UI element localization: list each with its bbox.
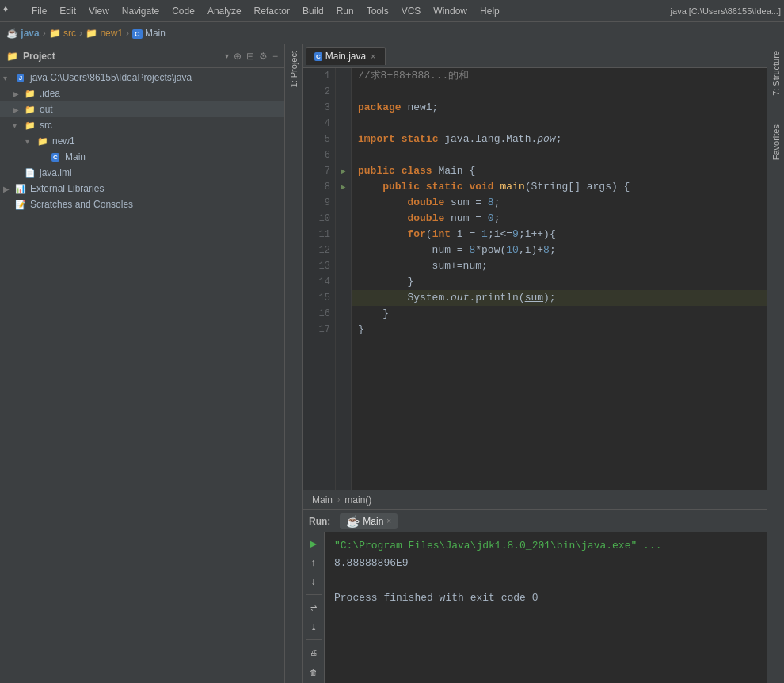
menu-help[interactable]: Help — [474, 4, 506, 18]
menu-analyze[interactable]: Analyze — [201, 4, 248, 18]
ln-13: 13 — [307, 258, 330, 274]
sidebar-folder-icon: 📁 — [6, 51, 18, 62]
tree-item-main[interactable]: C Main — [0, 149, 284, 165]
code-line-4 — [352, 116, 767, 132]
status-breadcrumb-main[interactable]: Main — [312, 494, 333, 506]
tree-item-java-iml[interactable]: 📄 java.iml — [0, 165, 284, 181]
menu-code[interactable]: Code — [166, 4, 201, 18]
code-line-17: } — [352, 322, 767, 338]
ln-11: 11 — [307, 227, 330, 242]
ln-2: 2 — [307, 84, 330, 100]
run-output-line-4: Process finished with exit code 0 — [334, 590, 757, 607]
code-lines[interactable]: //求8+88+888...的和 package new1; import st… — [352, 68, 767, 490]
menu-refactor[interactable]: Refactor — [248, 4, 296, 18]
tree-item-external-libs[interactable]: ▶ 📊 External Libraries — [0, 181, 284, 197]
menu-vcs[interactable]: VCS — [395, 4, 428, 18]
tree-label-iml: java.iml — [40, 167, 72, 178]
gutter-4 — [336, 116, 351, 132]
breadcrumb-sep-1: › — [43, 28, 46, 39]
code-line-3: package new1; — [352, 100, 767, 116]
run-output: "C:\Program Files\Java\jdk1.8.0_201\bin\… — [325, 532, 767, 683]
code-line-7: public class Main { — [352, 163, 767, 179]
window-title: java [C:\Users\86155\Idea...] — [671, 6, 781, 16]
gutter-8[interactable]: ▶ — [336, 179, 351, 195]
gutter-7[interactable]: ▶ — [336, 163, 351, 179]
run-tab-main[interactable]: ☕ Main × — [340, 513, 398, 529]
ln-9: 9 — [307, 195, 330, 211]
sidebar-dropdown-icon[interactable]: ▾ — [225, 52, 229, 60]
sidebar-title: Project — [23, 51, 220, 62]
run-btn-print[interactable]: 🖨 — [305, 645, 322, 661]
code-container[interactable]: 1 2 3 4 5 6 7 8 9 10 11 12 13 14 15 16 1 — [303, 68, 767, 490]
ln-12: 12 — [307, 242, 330, 258]
tree-item-idea[interactable]: ▶ 📁 .idea — [0, 86, 284, 101]
java-root-icon: J — [14, 71, 27, 84]
tree-arrow-root: ▾ — [3, 74, 14, 82]
run-arrow-7: ▶ — [341, 166, 345, 176]
run-output-line-3 — [334, 572, 757, 590]
menu-run[interactable]: Run — [330, 4, 360, 18]
run-btn-wrap[interactable]: ⇌ — [305, 600, 322, 616]
tree-item-out[interactable]: ▶ 📁 out — [0, 101, 284, 117]
sidebar-collapse-icon[interactable]: ⊟ — [246, 51, 254, 62]
ln-3: 3 — [307, 100, 330, 116]
status-breadcrumb-method[interactable]: main() — [344, 494, 371, 506]
ln-6: 6 — [307, 147, 330, 163]
tree-label-out: out — [40, 104, 53, 115]
folder-icon-new1: 📁 — [36, 135, 49, 147]
tree-item-src[interactable]: ▾ 📁 src — [0, 117, 284, 133]
run-output-line-1: "C:\Program Files\Java\jdk1.8.0_201\bin\… — [334, 537, 757, 555]
breadcrumb-src[interactable]: 📁 src — [49, 28, 76, 39]
breadcrumb-java[interactable]: ☕ java — [6, 28, 40, 39]
tree-item-new1[interactable]: ▾ 📁 new1 — [0, 133, 284, 149]
menu-tools[interactable]: Tools — [360, 4, 395, 18]
tab-close-main[interactable]: × — [369, 52, 377, 61]
menubar: ♦ File Edit View Navigate Code Analyze R… — [0, 0, 784, 22]
ln-14: 14 — [307, 274, 330, 290]
editor-status-bar: Main › main() — [303, 490, 767, 509]
tree-label-src: src — [40, 120, 52, 131]
tab-label-main: Main.java — [325, 51, 366, 62]
editor-tab-main[interactable]: C Main.java × — [306, 47, 386, 65]
tree-item-java-root[interactable]: ▾ J java C:\Users\86155\IdeaProjects\jav… — [0, 70, 284, 86]
run-toolbar-sep2 — [306, 639, 322, 640]
menu-build[interactable]: Build — [296, 4, 330, 18]
gutter: ▶ ▶ — [336, 68, 352, 490]
breadcrumb-main[interactable]: C Main — [132, 28, 166, 39]
tree-label-new1: new1 — [52, 135, 75, 147]
code-line-5: import static java.lang.Math.pow; — [352, 132, 767, 147]
run-btn-up[interactable]: ↑ — [305, 555, 322, 570]
code-line-15: System.out.println(sum); — [352, 290, 767, 306]
code-line-2 — [352, 84, 767, 100]
line-numbers: 1 2 3 4 5 6 7 8 9 10 11 12 13 14 15 16 1 — [303, 68, 336, 490]
sidebar-add-icon[interactable]: ⊕ — [234, 51, 242, 62]
run-btn-down[interactable]: ↓ — [305, 574, 322, 590]
java-icon: C — [132, 29, 143, 39]
vtab-7-structure[interactable]: 7: Structure — [769, 44, 783, 102]
tree-item-scratches[interactable]: 📝 Scratches and Consoles — [0, 197, 284, 212]
sidebar-close-icon[interactable]: − — [272, 51, 278, 62]
ln-10: 10 — [307, 211, 330, 227]
vtab-structure[interactable]: 1: Project — [287, 44, 301, 93]
breadcrumb-sep-3: › — [126, 28, 129, 39]
right-side-strip: 7: Structure Favorites — [767, 44, 784, 683]
run-panel: Run: ☕ Main × ▶ ↑ ↓ ⇌ ⤓ 🖨 � — [303, 509, 767, 683]
menu-file[interactable]: File — [25, 4, 53, 18]
menu-navigate[interactable]: Navigate — [116, 4, 166, 18]
tree-label-java-root: java C:\Users\86155\IdeaProjects\java — [30, 72, 192, 83]
menu-window[interactable]: Window — [427, 4, 474, 18]
run-label: Run: — [309, 516, 330, 527]
menu-view[interactable]: View — [82, 4, 116, 18]
vtab-favorites[interactable]: Favorites — [769, 118, 783, 166]
run-tab-close[interactable]: × — [386, 517, 391, 525]
menu-edit[interactable]: Edit — [53, 4, 82, 18]
run-btn-trash[interactable]: 🗑 — [305, 664, 322, 680]
tree-label-idea: .idea — [40, 88, 60, 99]
ln-5: 5 — [307, 132, 330, 147]
run-btn-play[interactable]: ▶ — [305, 536, 322, 551]
gutter-12 — [336, 242, 351, 258]
breadcrumb-new1[interactable]: 📁 new1 — [86, 28, 123, 39]
run-btn-scroll[interactable]: ⤓ — [305, 619, 322, 635]
tree-label-main: Main — [65, 151, 86, 162]
sidebar-settings-icon[interactable]: ⚙ — [259, 51, 268, 62]
